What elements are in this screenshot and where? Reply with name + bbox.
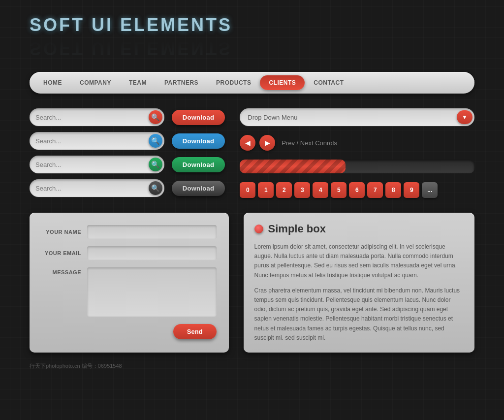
- download-button-dark[interactable]: Download: [172, 181, 225, 196]
- page-btn-8[interactable]: 8: [385, 182, 401, 198]
- nav-item-contact[interactable]: CONTACT: [305, 75, 352, 90]
- nav-item-company[interactable]: COMPANY: [71, 75, 120, 90]
- simple-box: Simple box Lorem ipsum dolor sit amet, c…: [244, 213, 474, 353]
- page-btn-6[interactable]: 6: [349, 182, 365, 198]
- progress-bar-fill: [240, 160, 346, 173]
- nav-item-clients[interactable]: CLIENTS: [260, 75, 305, 90]
- simple-box-content: Lorem ipsum dolor sit amet, consectetur …: [254, 242, 464, 343]
- dropdown-bar[interactable]: Drop Down Menu ▼: [240, 108, 474, 126]
- pagination-row: 0 1 2 3 4 5 6 7 8 9 ...: [240, 182, 474, 198]
- nav-item-home[interactable]: HOME: [34, 75, 71, 90]
- download-button-red[interactable]: Download: [172, 110, 225, 125]
- nav-item-partners[interactable]: PARTNERS: [156, 75, 207, 90]
- prev-next-label: Prev / Next Conrols: [282, 139, 337, 147]
- nav-item-products[interactable]: PRODUCTS: [207, 75, 260, 90]
- form-message-label: MESSAGE: [42, 267, 81, 275]
- page-btn-4[interactable]: 4: [313, 182, 328, 198]
- page-btn-2[interactable]: 2: [276, 182, 292, 198]
- dropdown-arrow-icon[interactable]: ▼: [457, 110, 472, 124]
- search-row-2: 🔍 Download: [30, 132, 225, 150]
- page-btn-dots[interactable]: ...: [422, 182, 438, 198]
- form-name-field: YOUR NAME: [42, 225, 217, 239]
- search-input-4[interactable]: [35, 185, 149, 192]
- search-bar-3: 🔍: [30, 156, 164, 173]
- simple-box-title: Simple box: [268, 223, 326, 235]
- simple-box-header: Simple box: [254, 223, 464, 235]
- search-input-2[interactable]: [35, 137, 149, 145]
- prev-next-controls: ◀ ▶ Prev / Next Conrols: [240, 135, 474, 151]
- simple-box-paragraph-1: Lorem ipsum dolor sit amet, consectetur …: [254, 242, 464, 280]
- progress-bar-track: [240, 160, 474, 173]
- form-email-input[interactable]: [87, 246, 217, 260]
- next-button[interactable]: ▶: [259, 135, 275, 151]
- search-download-section: 🔍 Download 🔍 Download 🔍 Download 🔍: [30, 108, 225, 198]
- page-btn-3[interactable]: 3: [294, 182, 310, 198]
- page-btn-5[interactable]: 5: [331, 182, 346, 198]
- page-btn-1[interactable]: 1: [258, 182, 274, 198]
- search-input-3[interactable]: [35, 161, 149, 168]
- navigation-bar: HOME COMPANY TEAM PARTNERS PRODUCTS CLIE…: [30, 72, 474, 94]
- form-message-textarea[interactable]: [87, 267, 217, 317]
- nav-item-team[interactable]: TEAM: [120, 75, 156, 90]
- contact-form-box: YOUR NAME YOUR EMAIL MESSAGE Send: [30, 213, 229, 353]
- page-btn-0[interactable]: 0: [240, 182, 255, 198]
- search-button-blue[interactable]: 🔍: [149, 134, 162, 148]
- search-button-dark[interactable]: 🔍: [149, 181, 162, 195]
- page-title-reflection: SOFT UI ELEMENTS: [30, 39, 474, 57]
- watermark: 行天下photophoto.cn 编号：06951548: [30, 362, 474, 370]
- download-button-blue[interactable]: Download: [172, 133, 225, 149]
- download-button-green[interactable]: Download: [172, 157, 225, 172]
- search-bar-1: 🔍: [30, 108, 164, 126]
- search-button-red[interactable]: 🔍: [149, 110, 162, 124]
- search-bar-2: 🔍: [30, 132, 164, 150]
- search-button-green[interactable]: 🔍: [149, 158, 162, 171]
- prev-button[interactable]: ◀: [240, 135, 255, 151]
- form-name-label: YOUR NAME: [42, 229, 81, 235]
- search-input-1[interactable]: [35, 114, 149, 121]
- search-bar-4: 🔍: [30, 179, 164, 197]
- search-row-1: 🔍 Download: [30, 108, 225, 126]
- send-button[interactable]: Send: [173, 324, 217, 339]
- search-row-3: 🔍 Download: [30, 156, 225, 173]
- page-btn-9[interactable]: 9: [404, 182, 419, 198]
- form-name-input[interactable]: [87, 225, 217, 239]
- form-email-field: YOUR EMAIL: [42, 246, 217, 260]
- simple-box-paragraph-2: Cras pharetra elementum massa, vel tinci…: [254, 286, 464, 343]
- form-email-label: YOUR EMAIL: [42, 250, 81, 256]
- ui-controls-section: Drop Down Menu ▼ ◀ ▶ Prev / Next Conrols…: [240, 108, 474, 198]
- form-message-field: MESSAGE: [42, 267, 217, 317]
- page-title: SOFT UI ELEMENTS: [30, 15, 474, 35]
- dropdown-label: Drop Down Menu: [248, 114, 457, 121]
- red-dot-icon: [254, 225, 263, 233]
- page-btn-7[interactable]: 7: [367, 182, 383, 198]
- search-row-4: 🔍 Download: [30, 179, 225, 197]
